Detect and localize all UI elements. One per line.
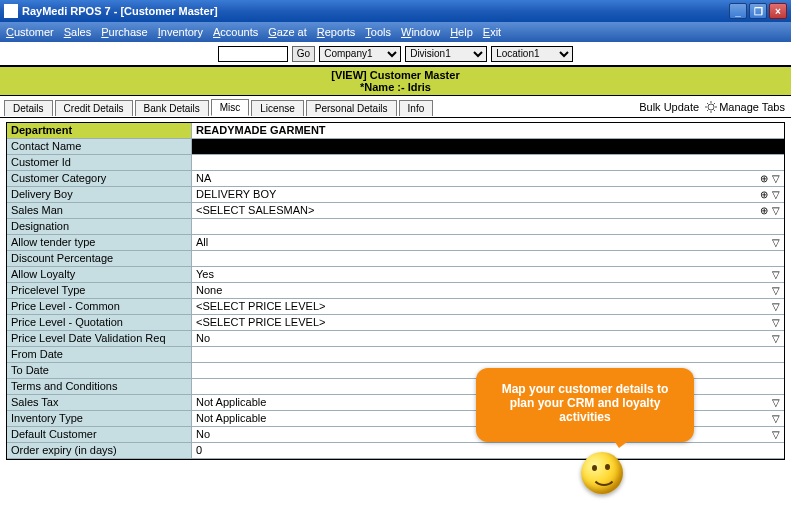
chevron-down-icon[interactable]: ▽ xyxy=(770,316,782,328)
grid-header-row: Department READYMADE GARMENT xyxy=(7,123,784,139)
grid-row: Delivery BoyDELIVERY BOY⊕▽ xyxy=(7,187,784,203)
add-icon[interactable]: ⊕ xyxy=(758,172,770,184)
grid-label: Price Level Date Validation Req xyxy=(7,331,192,346)
grid-label: Inventory Type xyxy=(7,411,192,426)
company-select[interactable]: Company1 xyxy=(319,46,401,62)
view-subtitle: *Name :- Idris xyxy=(0,81,791,93)
grid-label: Terms and Conditions xyxy=(7,379,192,394)
gear-icon xyxy=(705,101,717,113)
grid-value[interactable]: All▽ xyxy=(192,235,784,250)
grid-label: Customer Category xyxy=(7,171,192,186)
grid-value[interactable]: Yes▽ xyxy=(192,267,784,282)
menu-tools[interactable]: Tools xyxy=(365,26,391,38)
manage-tabs-label: Manage Tabs xyxy=(719,101,785,113)
grid-label: Sales Man xyxy=(7,203,192,218)
menu-purchase[interactable]: Purchase xyxy=(101,26,147,38)
menu-accounts[interactable]: Accounts xyxy=(213,26,258,38)
grid-row: Customer Id xyxy=(7,155,784,171)
chevron-down-icon[interactable]: ▽ xyxy=(770,236,782,248)
chevron-down-icon[interactable]: ▽ xyxy=(770,284,782,296)
grid-header-value[interactable]: READYMADE GARMENT xyxy=(192,123,784,138)
grid-row: Allow tender typeAll▽ xyxy=(7,235,784,251)
grid-label: Price Level - Common xyxy=(7,299,192,314)
grid-value[interactable] xyxy=(192,251,784,266)
maximize-button[interactable]: ❐ xyxy=(749,3,767,19)
menu-exit[interactable]: Exit xyxy=(483,26,501,38)
chevron-down-icon[interactable]: ▽ xyxy=(770,412,782,424)
add-icon[interactable]: ⊕ xyxy=(758,188,770,200)
grid-row: Allow LoyaltyYes▽ xyxy=(7,267,784,283)
grid-label: Pricelevel Type xyxy=(7,283,192,298)
grid-label: Discount Percentage xyxy=(7,251,192,266)
grid-label: Delivery Boy xyxy=(7,187,192,202)
toolbar: Go Company1 Division1 Location1 xyxy=(0,42,791,66)
menu-help[interactable]: Help xyxy=(450,26,473,38)
tab-actions: Bulk Update Manage Tabs xyxy=(639,101,791,113)
menu-gaze-at[interactable]: Gaze at xyxy=(268,26,307,38)
tab-license[interactable]: License xyxy=(251,100,303,116)
chevron-down-icon[interactable]: ▽ xyxy=(770,396,782,408)
grid-value[interactable] xyxy=(192,219,784,234)
chevron-down-icon[interactable]: ▽ xyxy=(770,332,782,344)
window-buttons: _ ❐ × xyxy=(729,3,787,19)
menu-bar: Customer Sales Purchase Inventory Accoun… xyxy=(0,22,791,42)
grid-value[interactable]: <SELECT PRICE LEVEL>▽ xyxy=(192,299,784,314)
grid-value[interactable] xyxy=(192,139,784,154)
grid-value[interactable]: <SELECT PRICE LEVEL>▽ xyxy=(192,315,784,330)
chevron-down-icon[interactable]: ▽ xyxy=(770,172,782,184)
grid-row: Designation xyxy=(7,219,784,235)
grid-value[interactable]: NA⊕▽ xyxy=(192,171,784,186)
division-select[interactable]: Division1 xyxy=(405,46,487,62)
window-title: RayMedi RPOS 7 - [Customer Master] xyxy=(22,5,729,17)
grid-label: From Date xyxy=(7,347,192,362)
grid-row: From Date xyxy=(7,347,784,363)
tab-bank-details[interactable]: Bank Details xyxy=(135,100,209,116)
grid-row: Pricelevel TypeNone▽ xyxy=(7,283,784,299)
go-button[interactable]: Go xyxy=(292,46,315,62)
menu-customer[interactable]: Customer xyxy=(6,26,54,38)
tip-text: Map your customer details to plan your C… xyxy=(502,382,669,424)
title-bar: RayMedi RPOS 7 - [Customer Master] _ ❐ × xyxy=(0,0,791,22)
grid-value[interactable] xyxy=(192,347,784,362)
menu-reports[interactable]: Reports xyxy=(317,26,356,38)
grid-label: Customer Id xyxy=(7,155,192,170)
grid-value[interactable]: DELIVERY BOY⊕▽ xyxy=(192,187,784,202)
chevron-down-icon[interactable]: ▽ xyxy=(770,204,782,216)
grid-value[interactable]: 0 xyxy=(192,443,784,458)
grid-value[interactable] xyxy=(192,155,784,170)
bulk-update-label: Bulk Update xyxy=(639,101,699,113)
grid-label: Contact Name xyxy=(7,139,192,154)
grid-value[interactable]: None▽ xyxy=(192,283,784,298)
chevron-down-icon[interactable]: ▽ xyxy=(770,428,782,440)
tip-callout: Map your customer details to plan your C… xyxy=(476,368,694,442)
chevron-down-icon[interactable]: ▽ xyxy=(770,300,782,312)
grid-label: To Date xyxy=(7,363,192,378)
grid-row: Discount Percentage xyxy=(7,251,784,267)
minimize-button[interactable]: _ xyxy=(729,3,747,19)
tab-personal-details[interactable]: Personal Details xyxy=(306,100,397,116)
grid-label: Default Customer xyxy=(7,427,192,442)
grid-row: Price Level - Quotation<SELECT PRICE LEV… xyxy=(7,315,784,331)
manage-tabs-button[interactable]: Manage Tabs xyxy=(705,101,785,113)
grid-value[interactable]: No▽ xyxy=(192,331,784,346)
grid-value[interactable]: <SELECT SALESMAN>⊕▽ xyxy=(192,203,784,218)
grid-label: Order expiry (in days) xyxy=(7,443,192,458)
chevron-down-icon[interactable]: ▽ xyxy=(770,188,782,200)
search-input[interactable] xyxy=(218,46,288,62)
tab-info[interactable]: Info xyxy=(399,100,434,116)
grid-label: Price Level - Quotation xyxy=(7,315,192,330)
grid-row: Price Level - Common<SELECT PRICE LEVEL>… xyxy=(7,299,784,315)
tab-details[interactable]: Details xyxy=(4,100,53,116)
tab-credit-details[interactable]: Credit Details xyxy=(55,100,133,116)
close-button[interactable]: × xyxy=(769,3,787,19)
add-icon[interactable]: ⊕ xyxy=(758,204,770,216)
location-select[interactable]: Location1 xyxy=(491,46,573,62)
menu-inventory[interactable]: Inventory xyxy=(158,26,203,38)
app-icon xyxy=(4,4,18,18)
chevron-down-icon[interactable]: ▽ xyxy=(770,268,782,280)
menu-window[interactable]: Window xyxy=(401,26,440,38)
bulk-update-button[interactable]: Bulk Update xyxy=(639,101,699,113)
smiley-icon xyxy=(581,452,623,494)
menu-sales[interactable]: Sales xyxy=(64,26,92,38)
tab-misc[interactable]: Misc xyxy=(211,99,250,116)
